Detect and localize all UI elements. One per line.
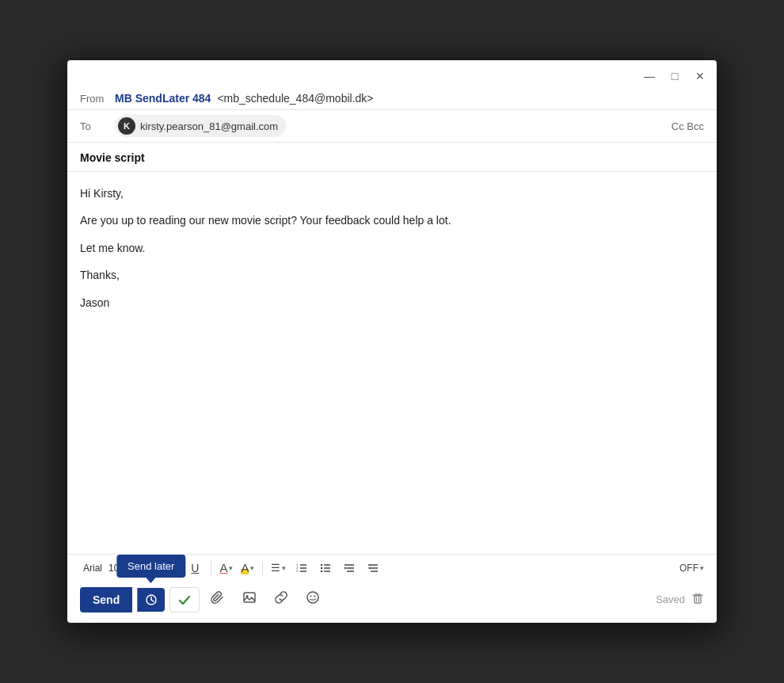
to-row: To K kirsty.pearson_81@gmail.com Cc Bcc bbox=[67, 109, 717, 143]
off-label-text: OFF bbox=[679, 563, 698, 574]
underline-button[interactable]: U bbox=[184, 559, 206, 578]
italic-button[interactable]: I bbox=[160, 558, 182, 578]
title-bar: — □ ✕ bbox=[67, 60, 717, 89]
font-size-chevron-icon[interactable]: ▾ bbox=[122, 564, 126, 572]
indent-icon bbox=[343, 562, 356, 574]
unordered-list-button[interactable] bbox=[314, 559, 337, 578]
outdent-button[interactable] bbox=[362, 559, 384, 578]
email-body[interactable]: Hi Kirsty, Are you up to reading our new… bbox=[67, 172, 717, 554]
bold-button[interactable]: B bbox=[136, 558, 158, 578]
toolbar-separator-1 bbox=[131, 561, 131, 575]
align-chevron-icon: ▾ bbox=[282, 564, 286, 572]
align-icon: ☰ bbox=[271, 562, 280, 574]
font-color-chevron-icon: ▾ bbox=[229, 564, 233, 572]
email-compose-window: — □ ✕ From MB SendLater 484 <mb_schedule… bbox=[67, 60, 717, 623]
action-bar: Send Send later Saved bbox=[67, 581, 717, 623]
subject-row: Movie script bbox=[67, 143, 717, 172]
off-chevron-icon: ▾ bbox=[700, 564, 704, 572]
ordered-list-icon: 123 bbox=[295, 562, 308, 574]
trash-icon bbox=[691, 592, 704, 605]
svg-rect-21 bbox=[244, 593, 255, 602]
svg-text:3: 3 bbox=[296, 569, 299, 573]
svg-point-24 bbox=[310, 596, 312, 597]
font-color-dropdown[interactable]: A ▾ bbox=[216, 558, 236, 578]
svg-line-20 bbox=[151, 600, 154, 601]
body-signature: Jason bbox=[80, 294, 704, 311]
off-toggle[interactable]: OFF ▾ bbox=[679, 563, 704, 574]
svg-point-25 bbox=[314, 596, 316, 597]
attach-icon bbox=[211, 590, 225, 605]
avatar: K bbox=[118, 117, 135, 135]
highlight-chevron-icon: ▾ bbox=[250, 564, 254, 572]
body-paragraph1: Are you up to reading our new movie scri… bbox=[80, 212, 704, 229]
image-button[interactable] bbox=[236, 586, 263, 613]
font-selector[interactable]: Arial bbox=[80, 561, 105, 575]
subject-text: Movie script bbox=[80, 151, 145, 164]
sender-email: <mb_schedule_484@mobil.dk> bbox=[217, 92, 373, 105]
link-icon bbox=[274, 590, 288, 605]
image-icon bbox=[242, 590, 257, 605]
svg-rect-26 bbox=[695, 596, 701, 603]
minimize-button[interactable]: — bbox=[642, 69, 657, 83]
link-button[interactable] bbox=[268, 586, 295, 613]
saved-label-text: Saved bbox=[656, 593, 685, 605]
emoji-button[interactable] bbox=[299, 586, 326, 613]
align-dropdown[interactable]: ☰ ▾ bbox=[268, 559, 289, 577]
send-clock-button[interactable] bbox=[137, 588, 165, 612]
toolbar-separator-3 bbox=[262, 561, 263, 575]
body-closing: Thanks, bbox=[80, 266, 704, 284]
font-size-selector[interactable]: 10 bbox=[107, 561, 120, 575]
from-label: From bbox=[80, 93, 108, 105]
window-controls: — □ ✕ bbox=[642, 69, 707, 83]
sender-name: MB SendLater 484 bbox=[115, 92, 211, 105]
saved-status: Saved bbox=[656, 592, 704, 608]
send-later-wrapper: Send later bbox=[137, 588, 165, 612]
delete-button[interactable] bbox=[691, 592, 704, 608]
recipient-tag[interactable]: K kirsty.pearson_81@gmail.com bbox=[115, 115, 286, 137]
check-icon bbox=[178, 593, 191, 606]
check-button[interactable] bbox=[169, 587, 200, 612]
maximize-button[interactable]: □ bbox=[668, 69, 682, 83]
from-row: From MB SendLater 484 <mb_schedule_484@m… bbox=[67, 89, 717, 109]
svg-point-23 bbox=[307, 592, 318, 603]
close-button[interactable]: ✕ bbox=[693, 69, 707, 83]
indent-button[interactable] bbox=[338, 559, 360, 578]
body-greeting: Hi Kirsty, bbox=[80, 185, 704, 202]
font-color-label: A bbox=[219, 561, 227, 574]
formatting-toolbar: Arial 10 ▾ B I U A ▾ A ▾ ☰ ▾ 123 bbox=[67, 554, 717, 581]
svg-point-9 bbox=[321, 563, 322, 565]
to-label: To bbox=[80, 120, 108, 132]
highlight-label: A bbox=[241, 561, 249, 574]
emoji-icon bbox=[306, 590, 320, 605]
send-button[interactable]: Send bbox=[80, 587, 132, 612]
ordered-list-button[interactable]: 123 bbox=[291, 559, 313, 578]
highlight-dropdown[interactable]: A ▾ bbox=[238, 558, 257, 578]
svg-point-10 bbox=[321, 567, 322, 568]
clock-icon bbox=[146, 594, 157, 605]
body-paragraph2: Let me know. bbox=[80, 239, 704, 257]
svg-point-11 bbox=[321, 570, 322, 571]
attach-button[interactable] bbox=[204, 586, 231, 613]
outdent-icon bbox=[367, 562, 379, 574]
recipient-email: kirsty.pearson_81@gmail.com bbox=[140, 120, 278, 132]
cc-bcc-button[interactable]: Cc Bcc bbox=[672, 120, 704, 132]
toolbar-separator-2 bbox=[211, 561, 211, 575]
unordered-list-icon bbox=[319, 562, 332, 574]
